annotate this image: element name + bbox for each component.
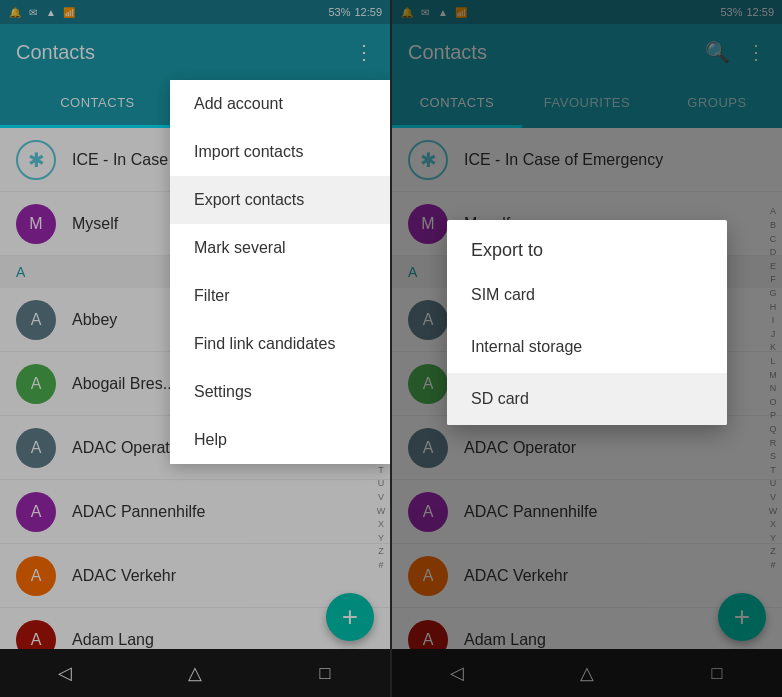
left-panel: 🔔 ✉ ▲ 📶 53% 12:59 Contacts ⋮ CONTACTS FA…	[0, 0, 390, 697]
menu-filter[interactable]: Filter	[170, 272, 390, 320]
export-option-internal[interactable]: Internal storage	[447, 321, 727, 373]
menu-settings[interactable]: Settings	[170, 368, 390, 416]
left-dropdown-menu: Add account Import contacts Export conta…	[170, 80, 390, 464]
export-dialog: Export to SIM card Internal storage SD c…	[447, 220, 727, 425]
export-dialog-title: Export to	[447, 220, 727, 269]
menu-export-contacts[interactable]: Export contacts	[170, 176, 390, 224]
export-option-sim[interactable]: SIM card	[447, 269, 727, 321]
export-option-sd[interactable]: SD card	[447, 373, 727, 425]
menu-mark-several[interactable]: Mark several	[170, 224, 390, 272]
menu-find-link[interactable]: Find link candidates	[170, 320, 390, 368]
right-panel: 🔔 ✉ ▲ 📶 53% 12:59 Contacts 🔍 ⋮ CONTACTS …	[392, 0, 782, 697]
menu-help[interactable]: Help	[170, 416, 390, 464]
menu-import-contacts[interactable]: Import contacts	[170, 128, 390, 176]
menu-add-account[interactable]: Add account	[170, 80, 390, 128]
